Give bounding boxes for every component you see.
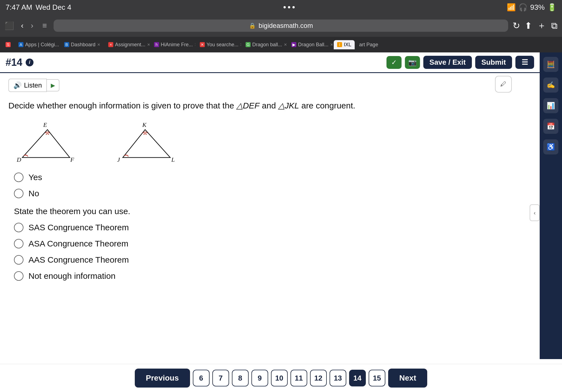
page-10-button[interactable]: 10 [271,370,288,386]
page-8-button[interactable]: 8 [232,370,249,386]
yes-no-group: Yes No [8,173,531,198]
tab-assignment[interactable]: × Assignment... ✕ [105,40,150,49]
asa-radio[interactable] [14,239,23,248]
yes-option[interactable]: Yes [14,173,531,182]
aas-radio[interactable] [14,255,23,265]
right-sidebar: 🧮 ✍️ 📊 📅 ♿ [540,52,562,359]
question-number: #14 [6,57,22,68]
info-icon[interactable]: i [26,59,33,66]
page-9-button[interactable]: 9 [251,370,268,386]
calculator-button[interactable]: 🧮 [543,57,558,72]
browser-chrome: ⬛ ‹ › ≡ 🔒 bigideasmath.com ↻ ⬆ ＋ ⧉ [0,14,562,37]
sas-radio[interactable] [14,223,23,232]
graph-button[interactable]: 📊 [543,98,558,113]
tab-apps[interactable]: A Apps | Colégi... [15,40,60,49]
asa-option[interactable]: ASA Congruence Theorem [14,239,531,248]
new-tab-button[interactable]: ＋ [537,20,546,32]
dot1 [284,6,286,8]
tab-s[interactable]: S [2,40,14,49]
tab-favicon-dragonball2: ▶ [291,42,296,47]
draw-button[interactable]: ✍️ [543,78,558,93]
nei-label: Not enough information [28,271,116,281]
no-option[interactable]: No [14,189,531,198]
camera-button[interactable]: 📷 [405,56,420,69]
page-12-button[interactable]: 12 [310,370,327,386]
battery-icon: 🔋 [547,3,556,12]
check-button[interactable]: ✓ [386,56,402,69]
tab-dashboard[interactable]: B Dashboard ✕ [61,40,104,49]
status-bar-center [284,6,295,8]
save-exit-button[interactable]: Save / Exit [423,56,472,69]
page-11-button[interactable]: 11 [290,370,307,386]
asa-label: ASA Congruence Theorem [28,239,128,248]
tab-close-dragonball2[interactable]: ✕ [330,42,333,47]
nei-radio[interactable] [14,271,23,281]
yes-radio[interactable] [14,173,23,182]
tab-label-artpage: art Page [359,42,378,48]
sas-option[interactable]: SAS Congruence Theorem [14,223,531,232]
status-bar-left: 7:47 AM Wed Dec 4 [6,3,71,12]
tab-label-assignment: Assignment... [115,42,145,48]
forward-button[interactable]: › [28,20,35,31]
triangle2-label: △JKL [278,101,299,110]
tab-close-hianime[interactable]: ✕ [194,42,195,47]
accessibility-icon: ♿ [547,143,555,151]
svg-text:E: E [43,121,47,128]
listen-label: Listen [24,81,42,89]
back-button[interactable]: ‹ [19,20,26,31]
url-text: bigideasmath.com [259,22,313,30]
sas-label: SAS Congruence Theorem [28,223,129,232]
page-6-button[interactable]: 6 [193,370,210,386]
header-bar: #14 i ✓ 📷 Save / Exit Submit ☰ [0,52,540,73]
tab-close-assignment[interactable]: ✕ [147,42,150,47]
tab-hianime[interactable]: h HiAnime Fre... ✕ [151,40,195,49]
tab-close-dashboard[interactable]: ✕ [97,42,100,47]
tab-dragonball2[interactable]: ▶ Dragon Ball... ✕ [288,40,333,49]
nei-option[interactable]: Not enough information [14,271,531,281]
annotation-button[interactable]: 🖊 [495,76,512,93]
header-actions: ✓ 📷 Save / Exit Submit ☰ [386,56,534,69]
page-15-button[interactable]: 15 [369,370,385,386]
main-layout: #14 i ✓ 📷 Save / Exit Submit ☰ 🖊 [0,52,562,373]
listen-button[interactable]: 🔊 Listen [8,79,47,92]
share-button[interactable]: ⬆ [525,20,532,31]
svg-text:J: J [117,156,120,163]
previous-button[interactable]: Previous [135,369,190,388]
page-14-button[interactable]: 14 [349,370,366,386]
tab-favicon-apps: A [18,42,23,47]
tab-favicon-ixl: I [337,42,342,47]
tab-ixl[interactable]: I IXL [334,40,355,49]
menu-button[interactable]: ☰ [515,56,534,69]
collapse-panel-button[interactable]: ‹ [530,204,540,221]
no-radio[interactable] [14,189,23,198]
tab-search[interactable]: ✕ You searche... ✕ [196,40,241,49]
next-button[interactable]: Next [388,369,427,388]
page-13-button[interactable]: 13 [330,370,346,386]
nav-controls: ‹ › [19,20,36,31]
tab-close-search[interactable]: ✕ [240,42,241,47]
theorem-group: SAS Congruence Theorem ASA Congruence Th… [8,223,531,281]
tab-dragonball1[interactable]: G Dragon ball... ✕ [242,40,287,49]
browser-actions: ⬆ ＋ ⧉ [525,20,558,32]
page-7-button[interactable]: 7 [212,370,229,386]
yes-label: Yes [28,173,42,182]
wifi-icon: 📶 [507,3,516,12]
tab-list-button[interactable]: ≡ [40,20,49,31]
sidebar-toggle-button[interactable]: ⬛ [4,21,14,30]
tab-label-hianime: HiAnime Fre... [161,42,193,48]
tab-artpage[interactable]: art Page [356,40,381,49]
accessibility-button[interactable]: ♿ [543,139,558,154]
calendar-button[interactable]: 📅 [543,119,558,134]
tab-close-dragonball1[interactable]: ✕ [284,42,287,47]
submit-button[interactable]: Submit [475,56,512,69]
speaker-icon: 🔊 [13,81,22,89]
play-button[interactable]: ▶ [47,79,59,91]
content-area: #14 i ✓ 📷 Save / Exit Submit ☰ 🖊 [0,52,540,373]
aas-option[interactable]: AAS Congruence Theorem [14,255,531,265]
tabs-overview-button[interactable]: ⧉ [551,21,558,31]
headphones-icon: 🎧 [518,3,527,12]
save-exit-label: Save / Exit [429,58,466,67]
url-bar[interactable]: 🔒 bigideasmath.com [54,20,508,32]
svg-text:D: D [16,156,21,163]
reload-button[interactable]: ↻ [513,20,520,31]
